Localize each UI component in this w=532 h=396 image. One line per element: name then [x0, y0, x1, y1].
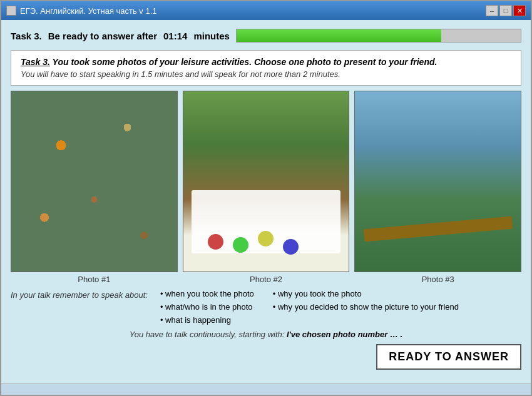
button-row: READY TO ANSWER — [11, 344, 521, 373]
photo-1-image — [11, 91, 178, 272]
close-button[interactable]: ✕ — [513, 5, 526, 16]
window-title: ЕГЭ. Английский. Устная часть v 1.1 — [20, 6, 157, 16]
app-icon — [6, 6, 16, 16]
main-window: ЕГЭ. Английский. Устная часть v 1.1 – □ … — [0, 0, 532, 396]
photo-2-label: Photo #2 — [250, 275, 282, 284]
talk-point-1: • when you took the photo — [160, 289, 254, 298]
progress-fill — [237, 29, 441, 42]
task-main-text: You took some photos of your leisure act… — [50, 57, 437, 67]
timer-display: 01:14 — [163, 31, 187, 41]
photo-item-1: Photo #1 — [11, 91, 178, 284]
talk-section: In your talk remember to speak about: • … — [11, 289, 521, 325]
starting-prompt: You have to talk continuously, starting … — [11, 330, 521, 339]
photo-2-image — [183, 91, 350, 272]
photo-3-label: Photo #3 — [422, 275, 454, 284]
starting-prompt-static: You have to talk continuously, starting … — [130, 330, 285, 339]
main-content: Task 3. Be ready to answer after 01:14 m… — [1, 20, 531, 383]
photo-item-3: Photo #3 — [354, 91, 521, 284]
photo-item-2: Photo #2 — [183, 91, 350, 284]
minutes-label: minutes — [193, 31, 230, 41]
talk-point-5: • why you decided to show the picture to… — [273, 302, 459, 312]
starting-prompt-bold: I've chosen photo number … . — [287, 330, 402, 339]
task-description-box: Task 3. You took some photos of your lei… — [11, 50, 521, 86]
progress-bar-container — [236, 29, 521, 43]
task-number: Task 3. — [21, 57, 50, 67]
talk-col-2: • why you took the photo • why you decid… — [273, 289, 459, 325]
talk-points-grid: • when you took the photo • what/who is … — [160, 289, 459, 325]
photos-row: Photo #1 Photo #2 Photo #3 — [11, 91, 521, 284]
talk-point-2: • what/who is in the photo — [160, 302, 254, 312]
photo-1-label: Photo #1 — [78, 275, 110, 284]
title-bar-left: ЕГЭ. Английский. Устная часть v 1.1 — [6, 6, 157, 16]
talk-col-1: • when you took the photo • what/who is … — [160, 289, 254, 325]
ready-label: Be ready to answer after — [48, 31, 157, 41]
task-title: Task 3. You took some photos of your lei… — [21, 57, 511, 67]
timer-bar: Task 3. Be ready to answer after 01:14 m… — [11, 26, 521, 45]
task-subtitle: You will have to start speaking in 1.5 m… — [21, 69, 511, 79]
ready-to-answer-button[interactable]: READY TO ANSWER — [376, 344, 521, 370]
photo-3-image — [354, 91, 521, 272]
talk-point-4: • why you took the photo — [273, 289, 459, 298]
window-controls: – □ ✕ — [486, 5, 526, 16]
talk-point-3: • what is happening — [160, 315, 254, 325]
minimize-button[interactable]: – — [486, 5, 498, 16]
title-bar: ЕГЭ. Английский. Устная часть v 1.1 – □ … — [1, 1, 531, 20]
status-bar — [1, 383, 531, 395]
task-label: Task 3. — [11, 31, 42, 41]
talk-intro-label: In your talk remember to speak about: — [11, 289, 148, 325]
maximize-button[interactable]: □ — [499, 5, 512, 16]
